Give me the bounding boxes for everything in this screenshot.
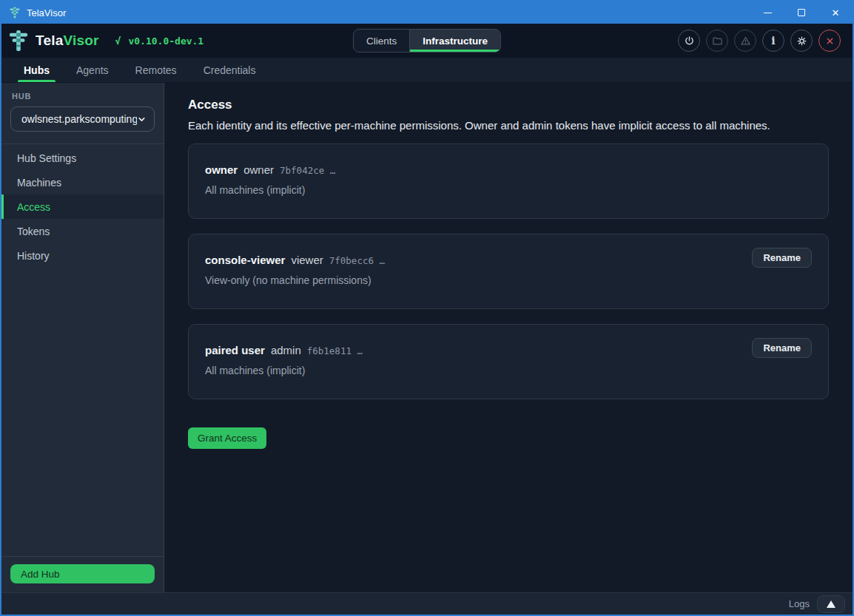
app-window: TelaVisor ✕ TelaVisor √ v0.10.0-dev.1 xyxy=(0,0,854,616)
app-logo-icon xyxy=(9,7,21,18)
power-button[interactable] xyxy=(678,30,700,52)
sidebar-item-hub-settings[interactable]: Hub Settings xyxy=(1,146,164,170)
tab-infrastructure[interactable]: Infrastructure xyxy=(409,30,500,52)
mode-switcher: Clients Infrastructure xyxy=(353,29,501,53)
minimize-icon xyxy=(764,13,772,13)
version-badge: √ v0.10.0-dev.1 xyxy=(115,35,204,47)
info-button[interactable]: i xyxy=(762,30,784,52)
rename-button[interactable]: Rename xyxy=(752,338,812,358)
identity-title-row: owner owner 7bf042ce … xyxy=(205,163,812,176)
window-title: TelaVisor xyxy=(27,7,66,18)
status-check-icon: √ xyxy=(115,35,121,47)
version-text: v0.10.0-dev.1 xyxy=(128,35,204,47)
tab-remotes[interactable]: Remotes xyxy=(122,58,190,82)
sidebar-item-history[interactable]: History xyxy=(1,243,164,268)
folder-button[interactable] xyxy=(706,30,728,52)
hub-section-label: HUB xyxy=(12,92,153,101)
minimize-button[interactable] xyxy=(750,1,784,24)
warning-icon xyxy=(740,35,751,47)
page-title: Access xyxy=(188,98,829,112)
identity-title-row: paired user admin f6b1e811 … xyxy=(205,344,812,356)
identity-token: 7bf042ce … xyxy=(280,165,335,176)
identity-permissions: View-only (no machine permissions) xyxy=(205,274,812,286)
page-description: Each identity and its effective per-mach… xyxy=(188,119,829,132)
hub-select-value: owlsnest.parkscomputing.c xyxy=(21,113,137,125)
identity-token: 7f0becc6 … xyxy=(329,255,385,266)
hub-select[interactable]: owlsnest.parkscomputing.c xyxy=(10,106,155,132)
identity-permissions: All machines (implicit) xyxy=(205,365,812,376)
identity-name: console-viewer xyxy=(205,254,285,266)
tab-hubs[interactable]: Hubs xyxy=(10,58,63,82)
exit-close-icon xyxy=(825,36,835,46)
close-window-button[interactable]: ✕ xyxy=(818,1,853,24)
settings-button[interactable] xyxy=(790,30,813,52)
identity-role: owner xyxy=(243,163,274,176)
identity-name: paired user xyxy=(205,344,265,356)
sidebar-item-access[interactable]: Access xyxy=(1,194,164,219)
identity-card-console-viewer: console-viewer viewer 7f0becc6 … View-on… xyxy=(188,234,829,309)
identity-card-paired-user: paired user admin f6b1e811 … All machine… xyxy=(188,324,829,399)
identity-role: admin xyxy=(271,344,301,356)
rename-button[interactable]: Rename xyxy=(752,248,812,268)
maximize-button[interactable] xyxy=(784,1,818,24)
identity-name: owner xyxy=(205,163,238,176)
brand-name: TelaVisor xyxy=(36,33,99,49)
identity-title-row: console-viewer viewer 7f0becc6 … xyxy=(205,254,812,266)
exit-button[interactable] xyxy=(818,30,841,52)
sidebar-list: Hub Settings Machines Access Tokens Hist… xyxy=(1,143,164,268)
chevron-down-icon xyxy=(137,115,147,124)
add-hub-button[interactable]: Add Hub xyxy=(10,564,155,583)
logs-label: Logs xyxy=(789,598,810,609)
triangle-up-icon xyxy=(827,600,835,608)
close-icon: ✕ xyxy=(832,8,840,18)
app-header: TelaVisor √ v0.10.0-dev.1 Clients Infras… xyxy=(1,24,853,58)
section-nav: Hubs Agents Remotes Credentials xyxy=(1,58,853,83)
gear-icon xyxy=(796,35,807,47)
tab-clients[interactable]: Clients xyxy=(354,30,409,52)
warning-button[interactable] xyxy=(734,30,756,52)
identity-token: f6b1e811 … xyxy=(307,345,363,356)
identity-permissions: All machines (implicit) xyxy=(205,184,812,196)
sidebar-bottom: Add Hub xyxy=(1,556,164,592)
maximize-icon xyxy=(798,9,805,16)
main-content: Access Each identity and its effective p… xyxy=(164,83,853,592)
titlebar: TelaVisor ✕ xyxy=(1,1,853,24)
sidebar-spacer xyxy=(1,268,164,556)
sidebar: HUB owlsnest.parkscomputing.c Hub Settin… xyxy=(1,83,164,592)
identity-role: viewer xyxy=(291,254,323,266)
body: HUB owlsnest.parkscomputing.c Hub Settin… xyxy=(1,83,853,592)
folder-icon xyxy=(712,35,723,47)
brand: TelaVisor √ v0.10.0-dev.1 xyxy=(9,30,204,52)
logs-toggle-button[interactable] xyxy=(817,595,845,613)
info-icon: i xyxy=(771,35,775,47)
identity-card-owner: owner owner 7bf042ce … All machines (imp… xyxy=(188,143,829,219)
footer-bar: Logs xyxy=(1,592,853,615)
tab-credentials[interactable]: Credentials xyxy=(190,58,269,82)
brand-logo-icon xyxy=(9,30,28,52)
sidebar-item-machines[interactable]: Machines xyxy=(1,170,164,194)
power-icon xyxy=(684,35,695,47)
header-actions: i xyxy=(678,30,845,52)
sidebar-item-tokens[interactable]: Tokens xyxy=(1,219,164,243)
grant-access-button[interactable]: Grant Access xyxy=(188,427,266,449)
tab-agents[interactable]: Agents xyxy=(63,58,122,82)
